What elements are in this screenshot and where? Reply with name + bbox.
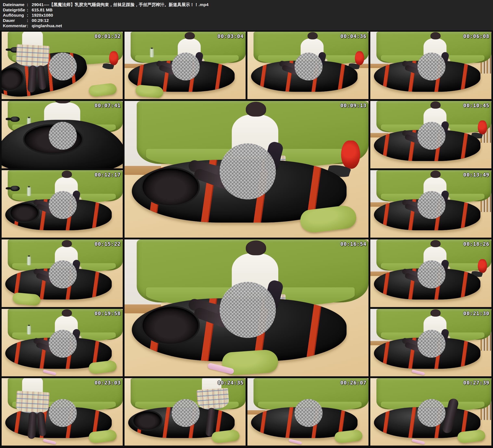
pink-toy-shape [43,370,56,376]
video-thumbnail-10: 00:15:22 [2,239,123,307]
video-thumbnail-14: 00:21:30 [370,309,491,376]
vacuum-cleaner-shape [108,50,120,66]
bag-head-opening [143,307,199,344]
video-thumbnail-7: 00:10:45 [370,101,491,168]
censor-mosaic [417,260,445,288]
video-thumbnail-16: 00:24:35 [124,378,246,446]
metadata-row-duration: Dauer:00:29:12 [3,18,493,23]
timestamp-overlay: 00:18:26 [463,241,489,247]
resolution-label: Auflösung [3,12,27,18]
timestamp-overlay: 00:04:36 [340,33,367,39]
vacuum-cleaner-shape [477,258,489,274]
duration-label: Dauer [3,18,27,23]
censor-mosaic [417,122,445,150]
bottle-prop [27,187,31,196]
video-thumbnail-4: 00:06:08 [370,32,491,99]
censor-mosaic [172,53,200,80]
censor-mosaic [172,399,200,427]
timestamp-overlay: 00:03:04 [218,33,244,39]
pink-toy-shape [411,439,425,445]
video-thumbnail-5: 00:07:41 [2,101,123,168]
censor-mosaic [220,282,276,338]
censor-mosaic [49,122,77,150]
video-thumbnail-9: 00:13:49 [370,170,491,238]
censor-mosaic [417,399,445,427]
timestamp-overlay: 00:16:54 [340,241,367,247]
video-thumbnail-18: 00:27:39 [370,378,491,446]
timestamp-overlay: 00:26:07 [340,380,367,386]
video-thumbnail-2: 00:03:04 [124,32,246,99]
timestamp-overlay: 00:19:58 [95,311,121,316]
metadata-row-resolution: Auflösung:1920x1080 [3,12,493,18]
timestamp-overlay: 00:24:35 [218,380,244,386]
timestamp-overlay: 00:01:32 [95,33,121,39]
timestamp-overlay: 00:27:39 [463,380,489,386]
filename-value: 29041----【黑魔法师】乳胶充气睡袋拘束，丝袜足踩脸，手丝严厉榨汁。新道具… [32,2,208,7]
pink-toy-shape [289,439,302,445]
metadata-header: Dateiname:29041----【黑魔法师】乳胶充气睡袋拘束，丝袜足踩脸，… [0,0,493,31]
bag-head-opening [143,168,199,205]
censor-mosaic [49,53,77,80]
timestamp-overlay: 00:23:03 [95,380,121,386]
vacuum-cleaner-shape [477,119,489,135]
video-thumbnail-15: 00:23:03 [2,378,123,446]
timestamp-overlay: 00:12:17 [95,172,121,178]
metadata-row-filesize: Dateigröße:615.81 MB [3,7,493,12]
filesize-label: Dateigröße [3,7,27,12]
tape-roll-prop [10,117,20,122]
contact-sheet: 00:01:3200:03:0400:04:3600:06:0800:07:41… [2,32,491,446]
vacuum-cleaner-shape [339,138,362,171]
resolution-value: 1920x1080 [32,12,53,18]
bottle-prop [150,48,154,57]
pink-toy-shape [43,439,56,445]
bag-head-opening [11,204,38,222]
video-thumbnail-8: 00:12:17 [2,170,123,238]
bottle-prop [27,326,31,335]
bottle-prop [27,395,31,404]
censor-mosaic [294,53,322,80]
metadata-row-comment: Kommentar:qinglanhua.net [3,23,493,28]
timestamp-overlay: 00:06:08 [463,33,489,39]
censor-mosaic [49,260,77,288]
duration-value: 00:29:12 [32,18,49,23]
censor-mosaic [294,399,322,427]
vacuum-cleaner-shape [354,50,366,66]
censor-mosaic [49,191,77,219]
pink-toy-shape [411,370,425,376]
video-thumbnail-13: 00:19:58 [2,309,123,376]
timestamp-overlay: 00:13:49 [463,172,489,178]
filesize-value: 615.81 MB [32,7,53,12]
video-thumbnail-6: 00:09:13 [124,101,369,238]
metadata-row-filename: Dateiname:29041----【黑魔法师】乳胶充气睡袋拘束，丝袜足踩脸，… [3,2,493,7]
tape-roll-prop [10,47,20,53]
comment-label: Kommentar [3,23,27,28]
video-thumbnail-11: 00:16:54 [124,239,369,376]
censor-mosaic [220,143,276,200]
timestamp-overlay: 00:09:13 [340,102,367,108]
censor-mosaic [49,330,77,358]
censor-mosaic [417,53,445,80]
filename-label: Dateiname [3,2,27,7]
censor-mosaic [49,399,77,427]
timestamp-overlay: 00:07:41 [95,102,121,108]
timestamp-overlay: 00:10:45 [463,102,489,108]
timestamp-overlay: 00:15:22 [95,241,121,247]
video-thumbnail-17: 00:26:07 [247,378,369,446]
tape-roll-prop [10,186,20,191]
censor-mosaic [417,191,445,219]
comment-value: qinglanhua.net [32,23,62,28]
timestamp-overlay: 00:21:30 [463,311,489,316]
video-thumbnail-1: 00:01:32 [2,32,123,99]
green-pillow-shape [88,83,117,98]
censor-mosaic [417,330,445,358]
video-thumbnail-12: 00:18:26 [370,239,491,307]
bag-head-opening [134,412,161,429]
video-thumbnail-3: 00:04:36 [247,32,369,99]
bottle-prop [27,257,31,265]
